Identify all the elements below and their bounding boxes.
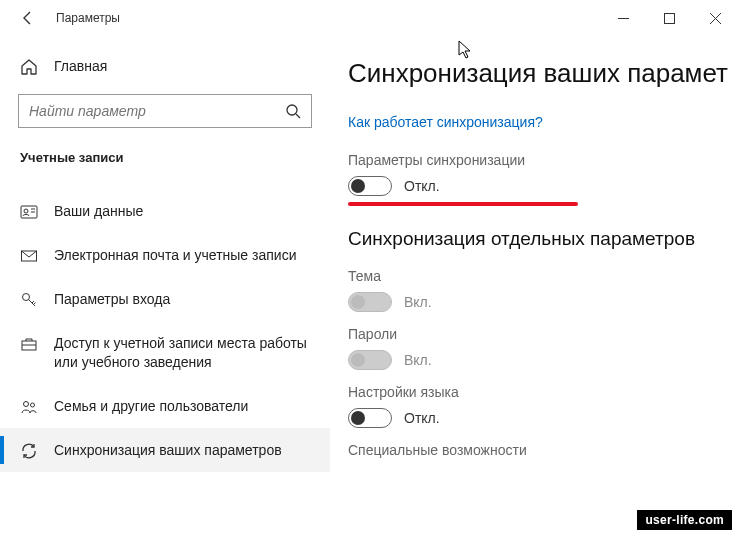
- theme-toggle[interactable]: [348, 292, 392, 312]
- sidebar-item-your-info[interactable]: Ваши данные: [0, 189, 330, 233]
- briefcase-icon: [20, 335, 38, 353]
- setting-label: Специальные возможности: [348, 442, 738, 458]
- sidebar-item-label: Синхронизация ваших параметров: [54, 440, 282, 460]
- svg-point-5: [23, 294, 30, 301]
- highlight-underline: [348, 202, 578, 206]
- sidebar-item-label: Доступ к учетной записи места работы или…: [54, 333, 310, 372]
- sidebar-item-label: Параметры входа: [54, 289, 170, 309]
- sidebar-item-label: Ваши данные: [54, 201, 143, 221]
- sidebar-item-family[interactable]: Семья и другие пользователи: [0, 384, 330, 428]
- sync-icon: [20, 442, 38, 460]
- home-icon: [20, 58, 38, 76]
- main-content: Синхронизация ваших парамет Как работает…: [330, 36, 738, 536]
- svg-point-8: [31, 403, 35, 407]
- language-toggle[interactable]: [348, 408, 392, 428]
- sidebar-item-label: Семья и другие пользователи: [54, 396, 248, 416]
- setting-state: Вкл.: [404, 294, 432, 310]
- mail-icon: [20, 247, 38, 265]
- svg-rect-0: [664, 13, 674, 23]
- sync-settings-label: Параметры синхронизации: [348, 152, 738, 168]
- setting-state: Откл.: [404, 410, 440, 426]
- back-button[interactable]: [18, 8, 38, 28]
- sidebar-item-work-access[interactable]: Доступ к учетной записи места работы или…: [0, 321, 330, 384]
- search-box[interactable]: [18, 94, 312, 128]
- window-title: Параметры: [56, 11, 120, 25]
- people-icon: [20, 398, 38, 416]
- svg-point-3: [24, 209, 28, 213]
- search-icon: [285, 103, 301, 119]
- sidebar-item-sync[interactable]: Синхронизация ваших параметров: [0, 428, 330, 472]
- sidebar: Главная Учетные записи Ваши данные: [0, 36, 330, 536]
- key-icon: [20, 291, 38, 309]
- page-title: Синхронизация ваших парамет: [348, 58, 738, 89]
- maximize-button[interactable]: [646, 2, 692, 34]
- sync-state-text: Откл.: [404, 178, 440, 194]
- sidebar-section-title: Учетные записи: [0, 144, 330, 179]
- watermark: user-life.com: [637, 510, 732, 530]
- home-label: Главная: [54, 58, 107, 74]
- home-link[interactable]: Главная: [0, 48, 330, 84]
- close-button[interactable]: [692, 2, 738, 34]
- person-card-icon: [20, 203, 38, 221]
- setting-label: Настройки языка: [348, 384, 738, 400]
- sync-toggle[interactable]: [348, 176, 392, 196]
- sidebar-item-label: Электронная почта и учетные записи: [54, 245, 296, 265]
- minimize-button[interactable]: [600, 2, 646, 34]
- svg-point-1: [287, 105, 297, 115]
- search-input[interactable]: [29, 103, 279, 119]
- setting-label: Тема: [348, 268, 738, 284]
- how-sync-works-link[interactable]: Как работает синхронизация?: [348, 114, 543, 130]
- setting-label: Пароли: [348, 326, 738, 342]
- sidebar-item-signin[interactable]: Параметры входа: [0, 277, 330, 321]
- sidebar-item-email[interactable]: Электронная почта и учетные записи: [0, 233, 330, 277]
- passwords-toggle[interactable]: [348, 350, 392, 370]
- individual-settings-heading: Синхронизация отдельных параметров: [348, 228, 738, 250]
- svg-point-7: [24, 401, 29, 406]
- setting-state: Вкл.: [404, 352, 432, 368]
